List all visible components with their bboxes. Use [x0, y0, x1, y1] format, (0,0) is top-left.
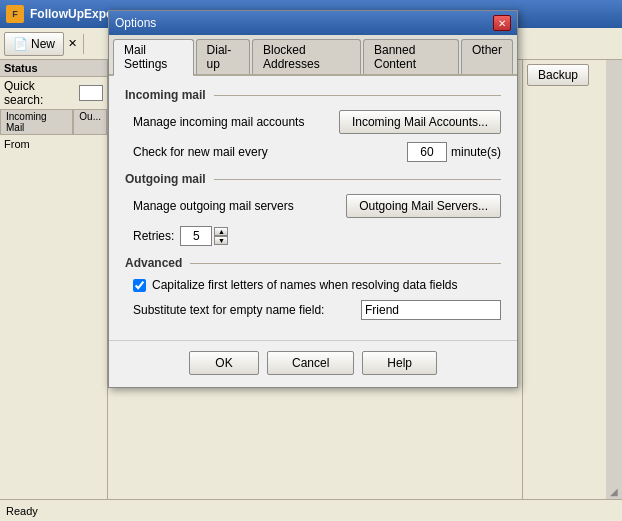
manage-outgoing-row: Manage outgoing mail servers Outgoing Ma…: [125, 194, 501, 218]
capitalize-row: Capitalize first letters of names when r…: [125, 278, 501, 292]
tab-other[interactable]: Other: [461, 39, 513, 74]
modal-overlay: Options ✕ Mail Settings Dial-up Blocked …: [0, 0, 622, 521]
retries-input[interactable]: [180, 226, 212, 246]
tab-dialup[interactable]: Dial-up: [196, 39, 250, 74]
tab-banned-content[interactable]: Banned Content: [363, 39, 459, 74]
manage-incoming-row: Manage incoming mail accounts Incoming M…: [125, 110, 501, 134]
modal-footer: OK Cancel Help: [109, 340, 517, 387]
advanced-section-header: Advanced: [125, 256, 501, 270]
retries-down-btn[interactable]: ▼: [214, 236, 228, 245]
outgoing-mail-section-header: Outgoing mail: [125, 172, 501, 186]
manage-outgoing-label: Manage outgoing mail servers: [133, 199, 346, 213]
substitute-label: Substitute text for empty name field:: [133, 303, 361, 317]
retries-spinner: ▲ ▼: [214, 227, 228, 245]
retries-label: Retries:: [133, 229, 174, 243]
modal-tabs: Mail Settings Dial-up Blocked Addresses …: [109, 35, 517, 76]
cancel-button[interactable]: Cancel: [267, 351, 354, 375]
check-interval-input[interactable]: [407, 142, 447, 162]
incoming-accounts-button[interactable]: Incoming Mail Accounts...: [339, 110, 501, 134]
modal-body: Incoming mail Manage incoming mail accou…: [109, 76, 517, 340]
retries-row: Retries: ▲ ▼: [125, 226, 501, 246]
minutes-label: minute(s): [451, 145, 501, 159]
modal-close-button[interactable]: ✕: [493, 15, 511, 31]
tab-mail-settings[interactable]: Mail Settings: [113, 39, 194, 76]
capitalize-label: Capitalize first letters of names when r…: [152, 278, 457, 292]
substitute-input[interactable]: [361, 300, 501, 320]
modal-title: Options: [115, 16, 156, 30]
ok-button[interactable]: OK: [189, 351, 259, 375]
capitalize-checkbox[interactable]: [133, 279, 146, 292]
substitute-row: Substitute text for empty name field:: [125, 300, 501, 320]
tab-blocked-addresses[interactable]: Blocked Addresses: [252, 39, 361, 74]
incoming-mail-section-header: Incoming mail: [125, 88, 501, 102]
options-dialog: Options ✕ Mail Settings Dial-up Blocked …: [108, 10, 518, 388]
help-button[interactable]: Help: [362, 351, 437, 375]
retries-up-btn[interactable]: ▲: [214, 227, 228, 236]
outgoing-servers-button[interactable]: Outgoing Mail Servers...: [346, 194, 501, 218]
check-mail-label: Check for new mail every: [133, 145, 407, 159]
manage-incoming-label: Manage incoming mail accounts: [133, 115, 339, 129]
check-mail-row: Check for new mail every minute(s): [125, 142, 501, 162]
modal-titlebar: Options ✕: [109, 11, 517, 35]
